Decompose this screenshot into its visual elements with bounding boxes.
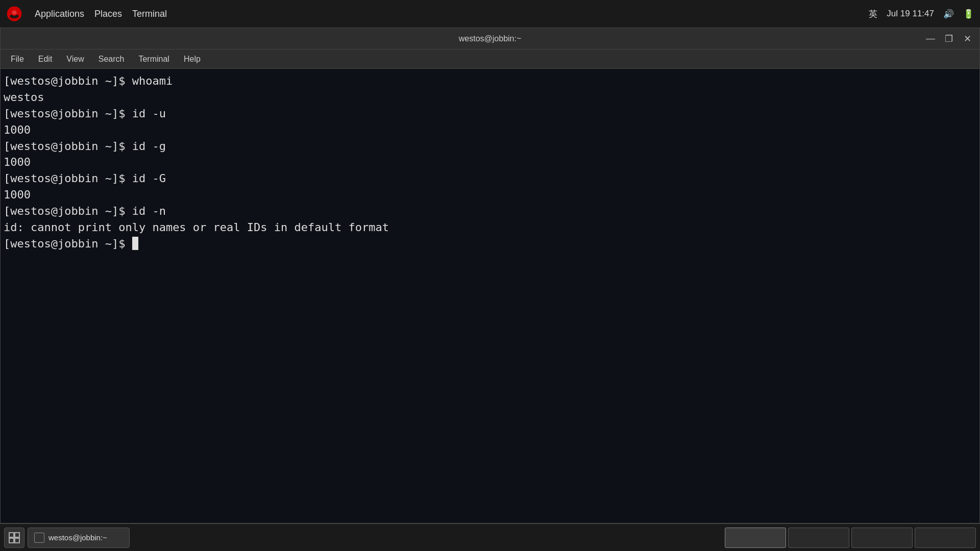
svg-rect-5 xyxy=(15,533,19,537)
system-bar-left: Applications Places Terminal xyxy=(6,6,167,22)
terminal-window: westos@jobbin:~ — ❐ ✕ File Edit View Sea… xyxy=(0,28,980,523)
taskbar-workspace-1[interactable] xyxy=(725,528,786,548)
taskbar: westos@jobbin:~ xyxy=(0,523,980,551)
taskbar-desktop-icon[interactable] xyxy=(4,528,24,548)
menu-terminal[interactable]: Terminal xyxy=(132,53,175,66)
redhat-logo-icon[interactable] xyxy=(6,6,22,22)
desktop-switcher-icon xyxy=(9,532,20,543)
taskbar-right xyxy=(725,528,976,548)
terminal-cursor xyxy=(132,237,138,250)
system-bar-right: 英 Jul 19 11:47 🔊 🔋 xyxy=(869,8,974,20)
svg-rect-6 xyxy=(9,538,14,543)
term-line-3: 1000 xyxy=(4,122,976,138)
menu-file[interactable]: File xyxy=(5,53,30,66)
battery-icon[interactable]: 🔋 xyxy=(963,9,974,19)
terminal-menu-bar: File Edit View Search Terminal Help xyxy=(1,49,979,69)
close-button[interactable]: ✕ xyxy=(960,32,974,46)
terminal-menu[interactable]: Terminal xyxy=(132,9,167,19)
menu-edit[interactable]: Edit xyxy=(32,53,59,66)
term-line-7: 1000 xyxy=(4,187,976,203)
taskbar-terminal-task-icon xyxy=(34,533,44,543)
term-line-0: [westos@jobbin ~]$ whoami xyxy=(4,73,976,89)
menu-search[interactable]: Search xyxy=(92,53,131,66)
places-menu[interactable]: Places xyxy=(94,9,122,19)
term-line-5: 1000 xyxy=(4,154,976,170)
taskbar-terminal-task-label: westos@jobbin:~ xyxy=(48,533,107,542)
taskbar-terminal-task[interactable]: westos@jobbin:~ xyxy=(28,528,130,548)
menu-view[interactable]: View xyxy=(60,53,90,66)
term-line-8: [westos@jobbin ~]$ id -n xyxy=(4,203,976,219)
terminal-title-bar: westos@jobbin:~ — ❐ ✕ xyxy=(1,28,979,49)
system-bar: Applications Places Terminal 英 Jul 19 11… xyxy=(0,0,980,28)
menu-help[interactable]: Help xyxy=(178,53,207,66)
restore-button[interactable]: ❐ xyxy=(942,32,956,46)
taskbar-left: westos@jobbin:~ xyxy=(4,528,130,548)
applications-menu[interactable]: Applications xyxy=(35,9,84,19)
taskbar-workspace-4[interactable] xyxy=(915,528,976,548)
term-line-10: [westos@jobbin ~]$ xyxy=(4,236,976,252)
window-controls: — ❐ ✕ xyxy=(923,32,974,46)
language-indicator[interactable]: 英 xyxy=(869,8,877,20)
taskbar-workspace-2[interactable] xyxy=(788,528,849,548)
minimize-button[interactable]: — xyxy=(923,32,938,46)
term-line-1: westos xyxy=(4,89,976,106)
taskbar-workspace-3[interactable] xyxy=(851,528,913,548)
terminal-content[interactable]: [westos@jobbin ~]$ whoami westos [westos… xyxy=(1,69,979,523)
svg-rect-7 xyxy=(15,538,19,543)
term-line-2: [westos@jobbin ~]$ id -u xyxy=(4,106,976,122)
term-line-9: id: cannot print only names or real IDs … xyxy=(4,219,976,236)
term-line-6: [westos@jobbin ~]$ id -G xyxy=(4,170,976,187)
svg-point-3 xyxy=(12,11,17,15)
svg-rect-4 xyxy=(9,533,14,537)
volume-icon[interactable]: 🔊 xyxy=(943,9,954,19)
term-line-4: [westos@jobbin ~]$ id -g xyxy=(4,138,976,155)
datetime-display: Jul 19 11:47 xyxy=(887,9,934,19)
terminal-title: westos@jobbin:~ xyxy=(459,34,522,43)
